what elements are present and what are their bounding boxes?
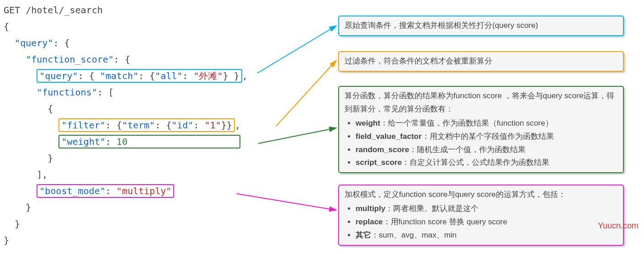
brace-open: { — [4, 21, 9, 32]
highlight-filter-clause: "filter": {"term": {"id": "1"}} — [59, 118, 234, 132]
callout-score-functions: 算分函数，算分函数的结果称为function score ，将来会与query … — [338, 86, 624, 173]
svg-line-2 — [258, 128, 336, 143]
code-block: GET /hotel/_search { "query": { "functio… — [4, 2, 248, 249]
svg-line-3 — [237, 194, 336, 210]
watermark: Yuucn.com — [598, 218, 639, 233]
svg-line-1 — [276, 60, 336, 126]
highlight-weight-clause: "weight": 10____________________ — [59, 135, 240, 148]
callout-green-list: weight：给一个常量值，作为函数结果（function score） fie… — [345, 117, 617, 170]
key-function-score: "function_score" — [26, 54, 114, 65]
http-method: GET — [4, 5, 20, 16]
key-functions: "functions" — [37, 87, 97, 98]
svg-line-0 — [257, 26, 336, 73]
key-query: "query" — [15, 37, 53, 48]
callout-boost-mode: 加权模式，定义function score与query score的运算方式，包… — [338, 185, 624, 246]
callout-filter: 过滤条件，符合条件的文档才会被重新算分 — [338, 51, 624, 72]
http-path: /hotel/_search — [20, 5, 103, 16]
highlight-query-clause: "query": { "match": {"all": "外滩"} } — [37, 69, 242, 83]
highlight-boost-mode-clause: "boost_mode": "multiply" — [37, 184, 174, 198]
callout-query-score: 原始查询条件，搜索文档并根据相关性打分(query score) — [338, 16, 624, 36]
callout-magenta-list: multiply：两者相乘。默认就是这个 replace：用function s… — [345, 202, 617, 242]
